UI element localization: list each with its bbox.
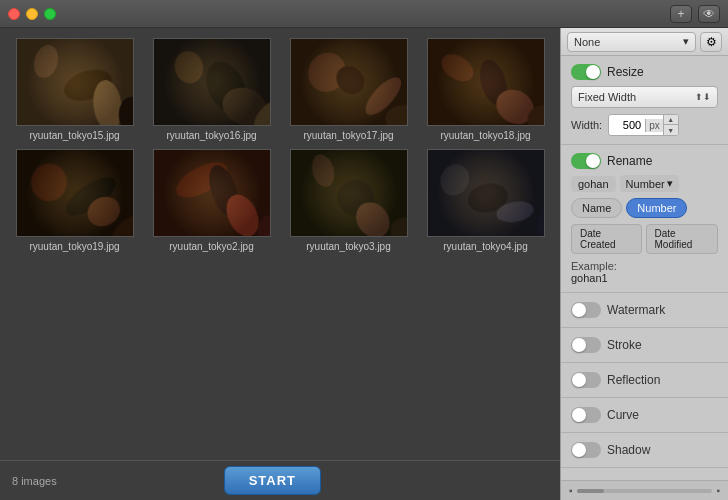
image-count: 8 images: [12, 475, 57, 487]
pill-name[interactable]: Name: [571, 198, 622, 218]
curve-section[interactable]: Curve: [561, 398, 728, 433]
resize-content: Fixed Width ⬆⬇ Width: px ▲ ▼: [571, 86, 718, 136]
width-unit: px: [645, 119, 663, 132]
list-item[interactable]: ryuutan_tokyo18.jpg: [421, 38, 550, 141]
resize-section: Resize Fixed Width ⬆⬇ Width: px ▲ ▼: [561, 56, 728, 145]
list-item[interactable]: ryuutan_tokyo16.jpg: [147, 38, 276, 141]
list-item[interactable]: ryuutan_tokyo17.jpg: [284, 38, 413, 141]
rename-tag-row: gohan Number ▾: [571, 175, 718, 192]
curve-title: Curve: [607, 408, 639, 422]
watermark-section[interactable]: Watermark: [561, 293, 728, 328]
list-item[interactable]: ryuutan_tokyo4.jpg: [421, 149, 550, 252]
watermark-toggle[interactable]: [571, 302, 601, 318]
stroke-title: Stroke: [607, 338, 642, 352]
width-stepper: ▲ ▼: [663, 115, 678, 135]
width-row: Width: px ▲ ▼: [571, 114, 718, 136]
resize-header: Resize: [571, 64, 718, 80]
slider-small-icon: ▪: [569, 485, 573, 496]
right-panel: None ▾ ⚙ Resize Fixed Width ⬆⬇ W: [560, 28, 728, 500]
image-filename: ryuutan_tokyo3.jpg: [306, 241, 391, 252]
image-filename: ryuutan_tokyo19.jpg: [29, 241, 119, 252]
preset-dropdown[interactable]: None ▾: [567, 32, 696, 52]
image-grid: ryuutan_tokyo15.jpgryuutan_tokyo16.jpgry…: [0, 28, 560, 460]
rename-header: Rename: [571, 153, 718, 169]
width-input[interactable]: px ▲ ▼: [608, 114, 679, 136]
main-layout: ryuutan_tokyo15.jpgryuutan_tokyo16.jpgry…: [0, 28, 728, 500]
image-filename: ryuutan_tokyo16.jpg: [166, 130, 256, 141]
rename-section: Rename gohan Number ▾ Name Number Date C…: [561, 145, 728, 293]
list-item[interactable]: ryuutan_tokyo19.jpg: [10, 149, 139, 252]
start-button[interactable]: START: [224, 466, 321, 495]
rename-toggle[interactable]: [571, 153, 601, 169]
shadow-section[interactable]: Shadow: [561, 433, 728, 468]
example-block: Example: gohan1: [571, 260, 718, 284]
rename-dropdown-tag[interactable]: Number ▾: [620, 175, 679, 192]
thumb-slider[interactable]: [577, 489, 713, 493]
reflection-section[interactable]: Reflection: [561, 363, 728, 398]
shadow-title: Shadow: [607, 443, 650, 457]
right-panel-top: None ▾ ⚙: [561, 28, 728, 56]
image-filename: ryuutan_tokyo4.jpg: [443, 241, 528, 252]
reflection-toggle[interactable]: [571, 372, 601, 388]
image-filename: ryuutan_tokyo18.jpg: [440, 130, 530, 141]
resize-toggle[interactable]: [571, 64, 601, 80]
rename-title: Rename: [607, 154, 652, 168]
image-filename: ryuutan_tokyo15.jpg: [29, 130, 119, 141]
image-filename: ryuutan_tokyo17.jpg: [303, 130, 393, 141]
stepper-up[interactable]: ▲: [664, 115, 678, 125]
width-value-input[interactable]: [609, 118, 645, 132]
list-item[interactable]: ryuutan_tokyo2.jpg: [147, 149, 276, 252]
pill-number[interactable]: Number: [626, 198, 687, 218]
image-filename: ryuutan_tokyo2.jpg: [169, 241, 254, 252]
add-button[interactable]: +: [670, 5, 692, 23]
watermark-title: Watermark: [607, 303, 665, 317]
title-bar: + 👁: [0, 0, 728, 28]
stroke-toggle[interactable]: [571, 337, 601, 353]
minimize-button[interactable]: [26, 8, 38, 20]
stepper-down[interactable]: ▼: [664, 125, 678, 135]
left-panel: ryuutan_tokyo15.jpgryuutan_tokyo16.jpgry…: [0, 28, 560, 500]
rename-text-tag[interactable]: gohan: [571, 176, 616, 192]
resize-title: Resize: [607, 65, 644, 79]
resize-mode-dropdown[interactable]: Fixed Width ⬆⬇: [571, 86, 718, 108]
bottom-bar: 8 images START: [0, 460, 560, 500]
curve-toggle[interactable]: [571, 407, 601, 423]
right-bottom: ▪ ▪: [561, 480, 728, 500]
date-created-pill[interactable]: Date Created: [571, 224, 642, 254]
stroke-section[interactable]: Stroke: [561, 328, 728, 363]
date-modified-pill[interactable]: Date Modified: [646, 224, 718, 254]
close-button[interactable]: [8, 8, 20, 20]
shadow-toggle[interactable]: [571, 442, 601, 458]
pill-row: Name Number: [571, 198, 718, 218]
example-value: gohan1: [571, 272, 608, 284]
rename-content: gohan Number ▾ Name Number Date Created …: [571, 175, 718, 284]
date-row: Date Created Date Modified: [571, 224, 718, 254]
gear-button[interactable]: ⚙: [700, 32, 722, 52]
reflection-title: Reflection: [607, 373, 660, 387]
list-item[interactable]: ryuutan_tokyo3.jpg: [284, 149, 413, 252]
maximize-button[interactable]: [44, 8, 56, 20]
eye-button[interactable]: 👁: [698, 5, 720, 23]
list-item[interactable]: ryuutan_tokyo15.jpg: [10, 38, 139, 141]
slider-large-icon: ▪: [716, 485, 720, 496]
